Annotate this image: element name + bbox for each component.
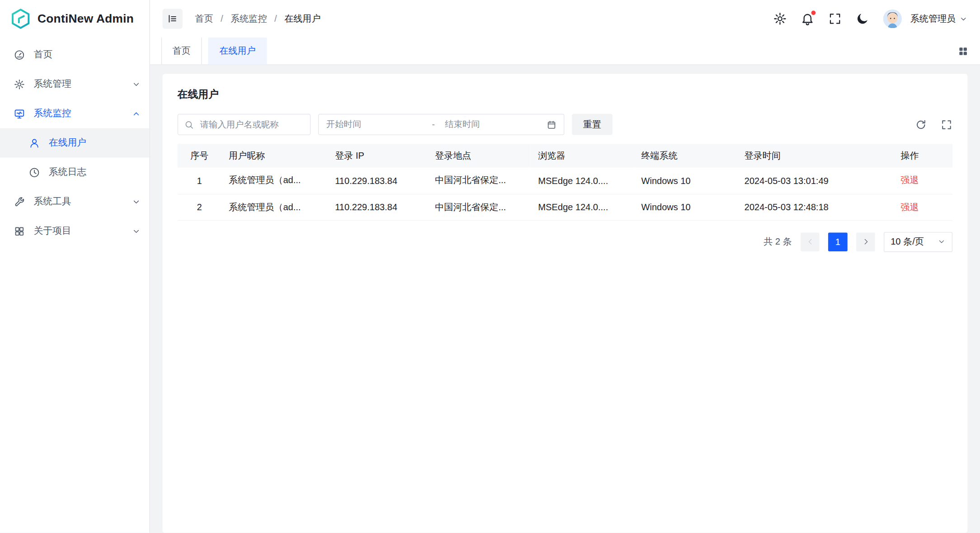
- chevron-down-icon: [132, 197, 141, 206]
- cell-ip: 110.229.183.84: [328, 194, 427, 220]
- sidebar: ContiNew Admin 首页 系统管理: [0, 0, 150, 533]
- column-header-browser: 浏览器: [530, 144, 633, 168]
- avatar[interactable]: [883, 9, 901, 28]
- chevron-up-icon: [132, 109, 141, 118]
- sidebar-item-label: 关于项目: [34, 225, 71, 237]
- user-menu[interactable]: 系统管理员: [910, 13, 968, 24]
- tabbar-actions: [957, 38, 980, 64]
- pagination-prev-button[interactable]: [801, 232, 819, 251]
- breadcrumb-item-home[interactable]: 首页: [195, 13, 213, 24]
- sidebar-item-system-logs[interactable]: 系统日志: [0, 158, 150, 187]
- pagination-total: 共 2 条: [764, 236, 792, 248]
- refresh-button[interactable]: [915, 118, 927, 130]
- theme-toggle-button[interactable]: [855, 12, 869, 25]
- chevron-down-icon: [938, 238, 946, 246]
- force-logout-link[interactable]: 强退: [900, 202, 919, 212]
- user-icon: [29, 137, 40, 149]
- apps-icon: [14, 226, 25, 237]
- content-column: 首页 / 系统监控 / 在线用户: [150, 0, 980, 533]
- refresh-icon: [915, 118, 927, 130]
- sidebar-item-system-management[interactable]: 系统管理: [0, 70, 150, 99]
- sidebar-item-label: 系统日志: [49, 166, 86, 178]
- force-logout-link[interactable]: 强退: [900, 175, 919, 185]
- cell-os: Windows 10: [634, 194, 737, 220]
- pagination-next-button[interactable]: [856, 232, 875, 251]
- wrench-icon: [14, 196, 25, 208]
- sidebar-item-system-monitor[interactable]: 系统监控: [0, 99, 150, 128]
- moon-icon: [855, 12, 869, 25]
- reset-button[interactable]: 重置: [572, 114, 613, 135]
- table-row: 2 系统管理员（ad... 110.229.183.84 中国河北省保定... …: [178, 194, 952, 220]
- online-users-card: 在线用户 开始时间 - 结束时间: [163, 74, 968, 533]
- gear-icon: [773, 12, 786, 25]
- chevron-down-icon: [132, 80, 141, 88]
- page-size-select[interactable]: 10 条/页: [884, 232, 952, 252]
- table-fullscreen-button[interactable]: [941, 118, 952, 130]
- breadcrumb-item-online-users[interactable]: 在线用户: [284, 13, 320, 24]
- notification-badge: [811, 11, 816, 15]
- topbar: 首页 / 系统监控 / 在线用户: [150, 0, 980, 38]
- page-title: 在线用户: [178, 88, 952, 101]
- tab-home[interactable]: 首页: [161, 38, 202, 64]
- user-name: 系统管理员: [910, 13, 956, 24]
- gear-icon: [14, 79, 25, 90]
- chevron-left-icon: [806, 238, 814, 246]
- sidebar-item-online-users[interactable]: 在线用户: [0, 128, 150, 158]
- expand-icon: [941, 118, 952, 130]
- sidebar-item-about-project[interactable]: 关于项目: [0, 217, 150, 246]
- breadcrumb-item-system-monitor[interactable]: 系统监控: [230, 13, 267, 24]
- app-logo[interactable]: ContiNew Admin: [0, 0, 150, 38]
- chevron-down-icon: [959, 15, 967, 23]
- filter-bar: 开始时间 - 结束时间 重置: [178, 114, 952, 135]
- date-range-picker[interactable]: 开始时间 - 结束时间: [318, 114, 564, 135]
- column-header-location: 登录地点: [427, 144, 530, 168]
- app-title: ContiNew Admin: [38, 12, 134, 25]
- cell-ip: 110.229.183.84: [328, 168, 427, 194]
- cell-login-time: 2024-05-03 12:48:18: [737, 194, 893, 220]
- app-root: ContiNew Admin 首页 系统管理: [0, 0, 980, 533]
- cell-index: 1: [178, 168, 221, 194]
- main-area: 在线用户 开始时间 - 结束时间: [150, 65, 980, 533]
- tabbar: 首页 在线用户: [150, 38, 980, 65]
- tab-list-button[interactable]: [957, 45, 969, 57]
- fullscreen-button[interactable]: [828, 12, 841, 25]
- breadcrumb-separator: /: [274, 14, 277, 24]
- topbar-actions: 系统管理员: [773, 9, 967, 28]
- column-header-os: 终端系统: [634, 144, 737, 168]
- notifications-button[interactable]: [800, 12, 814, 25]
- column-header-action: 操作: [893, 144, 952, 168]
- search-input[interactable]: [199, 119, 304, 130]
- tab-label: 在线用户: [220, 45, 256, 57]
- settings-button[interactable]: [773, 12, 786, 25]
- fullscreen-icon: [828, 12, 841, 25]
- cell-os: Windows 10: [634, 168, 737, 194]
- clock-icon: [29, 167, 40, 178]
- pagination-page-1[interactable]: 1: [828, 232, 848, 251]
- sidebar-item-home[interactable]: 首页: [0, 40, 150, 70]
- chevron-right-icon: [862, 238, 870, 246]
- cell-index: 2: [178, 194, 221, 220]
- sidebar-collapse-button[interactable]: [163, 9, 183, 28]
- sidebar-item-system-tools[interactable]: 系统工具: [0, 187, 150, 217]
- sidebar-item-label: 系统工具: [34, 196, 71, 208]
- sidebar-menu: 首页 系统管理 系统监控: [0, 38, 150, 246]
- grid-icon: [957, 45, 969, 57]
- cell-browser: MSEdge 124.0....: [530, 194, 633, 220]
- sidebar-item-label: 首页: [34, 49, 52, 61]
- cell-nickname: 系统管理员（ad...: [221, 168, 328, 194]
- cell-location: 中国河北省保定...: [427, 168, 530, 194]
- tab-online-users[interactable]: 在线用户: [208, 38, 267, 64]
- breadcrumb: 首页 / 系统监控 / 在线用户: [195, 13, 321, 24]
- column-header-nickname: 用户昵称: [221, 144, 328, 168]
- sidebar-item-label: 系统监控: [34, 108, 71, 119]
- column-header-ip: 登录 IP: [328, 144, 427, 168]
- online-users-table: 序号 用户昵称 登录 IP 登录地点 浏览器 终端系统 登录时间 操作: [178, 144, 952, 220]
- column-header-index: 序号: [178, 144, 221, 168]
- app-logo-icon: [10, 8, 31, 29]
- search-icon: [184, 120, 194, 129]
- date-end-placeholder: 结束时间: [439, 119, 547, 130]
- cell-login-time: 2024-05-03 13:01:49: [737, 168, 893, 194]
- calendar-icon: [547, 120, 556, 129]
- dashboard-icon: [14, 49, 25, 61]
- sidebar-item-label: 在线用户: [49, 137, 86, 149]
